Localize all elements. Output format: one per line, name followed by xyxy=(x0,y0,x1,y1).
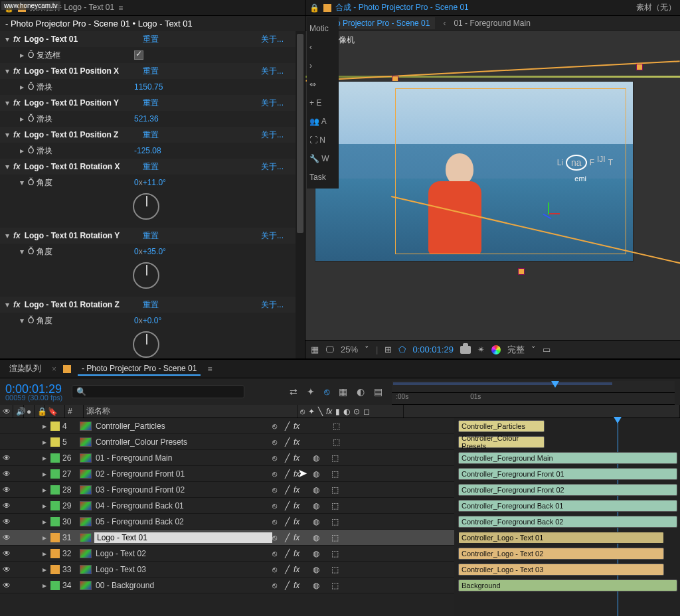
side-tool[interactable]: Task xyxy=(309,173,326,182)
3d-toggle-icon[interactable]: ⬚ xyxy=(331,469,339,479)
shy-icon[interactable]: ⎋ xyxy=(272,453,277,463)
flow-tab-fg[interactable]: 01 - Foreground Main xyxy=(454,19,530,28)
layer-bar[interactable]: Controller_Foreground Main xyxy=(458,452,677,464)
twirl-icon[interactable]: ▾ xyxy=(19,178,25,187)
property-value[interactable]: 1150.75 xyxy=(134,82,163,92)
collapse-icon[interactable]: ◍ xyxy=(313,469,319,479)
layer-switches[interactable]: ⎋ ╱ fx ◍ ⬚ xyxy=(272,453,379,463)
time-ruler[interactable]: :00s 01s xyxy=(392,393,675,405)
shy-icon[interactable]: ⎋ xyxy=(272,565,277,574)
side-tool[interactable]: ‹ xyxy=(309,42,312,52)
layer-label-color[interactable] xyxy=(50,533,60,542)
side-tool[interactable]: › xyxy=(309,61,312,70)
layer-switches[interactable]: ⎋ ╱ fx ◍ ⬚ xyxy=(272,469,379,479)
resolution-icon[interactable]: ⊞ xyxy=(384,345,392,354)
about-link[interactable]: 关于... xyxy=(261,230,301,242)
twirl-icon[interactable]: ▸ xyxy=(40,422,49,431)
effect-name[interactable]: Logo - Text 01 xyxy=(23,35,143,44)
side-tool[interactable]: ⛶ N xyxy=(309,135,325,145)
layer-name[interactable]: Logo - Text 01 xyxy=(94,532,272,543)
twirl-icon[interactable]: ▸ xyxy=(40,485,49,495)
about-link[interactable]: 关于... xyxy=(261,161,301,173)
reset-link[interactable]: 重置 xyxy=(143,230,183,242)
layer-label-color[interactable] xyxy=(50,469,60,479)
timeline-comp-tab[interactable]: - Photo Projector Pro - Scene 01 xyxy=(78,362,201,376)
3d-toggle-icon[interactable]: ⬚ xyxy=(331,549,339,558)
twirl-icon[interactable]: ▾ xyxy=(4,162,11,171)
about-link[interactable]: 关于... xyxy=(261,129,301,141)
scrollbar[interactable] xyxy=(296,31,305,358)
zoom-dropdown-icon[interactable]: ˅ xyxy=(365,345,369,354)
collapse-icon[interactable]: ◍ xyxy=(313,565,319,574)
twirl-icon[interactable]: ▸ xyxy=(40,501,49,510)
collapse-icon[interactable]: ◍ xyxy=(313,485,319,495)
col-eye[interactable]: 👁 xyxy=(0,405,13,418)
col-label[interactable]: 🔖 xyxy=(45,405,65,418)
3d-toggle-icon[interactable]: ⬚ xyxy=(333,437,340,447)
collapse-icon[interactable]: ◍ xyxy=(313,501,319,510)
fx-toggle[interactable]: fx xyxy=(294,422,299,431)
quality-icon[interactable]: ╱ xyxy=(285,581,290,590)
work-area[interactable] xyxy=(393,382,612,385)
lock-icon[interactable]: 🔒 xyxy=(309,3,319,13)
effect-name[interactable]: Logo - Text 01 Position Z xyxy=(23,130,143,139)
motion-handle[interactable] xyxy=(518,268,525,275)
tab-menu-icon[interactable]: ≡ xyxy=(207,364,212,374)
shy-icon[interactable]: ⎋ xyxy=(272,581,277,590)
quality-icon[interactable]: ╱ xyxy=(285,437,290,447)
side-tool[interactable]: + E xyxy=(309,98,321,108)
effect-name[interactable]: Logo - Text 01 Rotation X xyxy=(23,162,143,171)
layer-switches[interactable]: ⎋ ╱ fx ◍ ⬚ xyxy=(272,565,379,574)
collapse-icon[interactable]: ◍ xyxy=(313,549,319,558)
motion-blur-icon[interactable]: ◐ xyxy=(357,386,365,397)
fx-toggle[interactable]: fx xyxy=(294,501,299,510)
visibility-toggle[interactable]: 👁 xyxy=(0,517,13,526)
checkbox[interactable] xyxy=(134,50,143,60)
visibility-toggle[interactable]: 👁 xyxy=(0,485,13,495)
shy-icon[interactable]: ⎋ xyxy=(272,501,277,510)
3d-toggle-icon[interactable]: ⬚ xyxy=(331,517,339,526)
layer-switches[interactable]: ⎋ ╱ fx ◍ ⬚ xyxy=(272,533,379,542)
property-value[interactable]: 0x+35.0° xyxy=(134,247,166,256)
fx-toggle[interactable]: fx xyxy=(294,485,299,495)
fx-badge[interactable]: fx xyxy=(13,98,21,108)
collapse-icon[interactable]: ◍ xyxy=(313,517,319,526)
twirl-icon[interactable]: ▾ xyxy=(19,316,25,325)
shy-icon[interactable]: ⎋ xyxy=(272,422,277,431)
comp-flow-icon[interactable]: ⇄ xyxy=(290,386,298,397)
layer-selection-box[interactable] xyxy=(395,88,626,254)
col-switches[interactable]: ⎋✦╲fx▮◐⊙◻ xyxy=(298,405,404,418)
motion-path-1[interactable] xyxy=(305,60,679,82)
shy-icon[interactable]: ⎋ xyxy=(272,469,277,479)
twirl-icon[interactable]: ▸ xyxy=(40,549,49,558)
quality-icon[interactable]: ╱ xyxy=(285,565,290,574)
col-number[interactable]: # xyxy=(65,405,84,418)
twirl-icon[interactable]: ▾ xyxy=(4,98,11,108)
fx-badge[interactable]: fx xyxy=(13,35,21,44)
layer-name[interactable]: 01 - Foreground Main xyxy=(94,453,272,463)
layer-name[interactable]: 02 - Foreground Front 01 xyxy=(94,469,272,479)
shy-icon[interactable]: ⎋ xyxy=(324,386,329,397)
color-management-icon[interactable] xyxy=(491,345,501,354)
effect-name[interactable]: Logo - Text 01 Rotation Z xyxy=(23,300,143,309)
fx-badge[interactable]: fx xyxy=(13,300,21,309)
fx-badge[interactable]: fx xyxy=(13,162,21,171)
twirl-icon[interactable]: ▸ xyxy=(40,517,49,526)
fx-toggle[interactable]: fx xyxy=(294,437,299,447)
quality-dropdown[interactable]: 完整 xyxy=(507,344,525,356)
fx-toggle[interactable]: fx xyxy=(294,517,299,526)
3d-toggle-icon[interactable]: ⬚ xyxy=(331,485,339,495)
twirl-icon[interactable]: ▸ xyxy=(19,82,25,92)
frame-blend-icon[interactable]: ▦ xyxy=(339,386,347,397)
shy-icon[interactable]: ⎋ xyxy=(272,437,277,447)
about-link[interactable]: 关于... xyxy=(261,299,301,311)
layer-name[interactable]: Logo - Text 03 xyxy=(94,565,272,574)
view-layout-icon[interactable]: ▭ xyxy=(543,345,551,354)
footage-tab[interactable]: 素材（无） xyxy=(636,2,676,13)
collapse-icon[interactable]: ◍ xyxy=(313,581,319,590)
reset-link[interactable]: 重置 xyxy=(143,129,183,141)
visibility-toggle[interactable]: 👁 xyxy=(0,565,13,574)
fx-toggle[interactable]: fx xyxy=(294,565,299,574)
graph-editor-icon[interactable]: ▤ xyxy=(374,386,382,397)
layer-label-color[interactable] xyxy=(50,565,60,574)
